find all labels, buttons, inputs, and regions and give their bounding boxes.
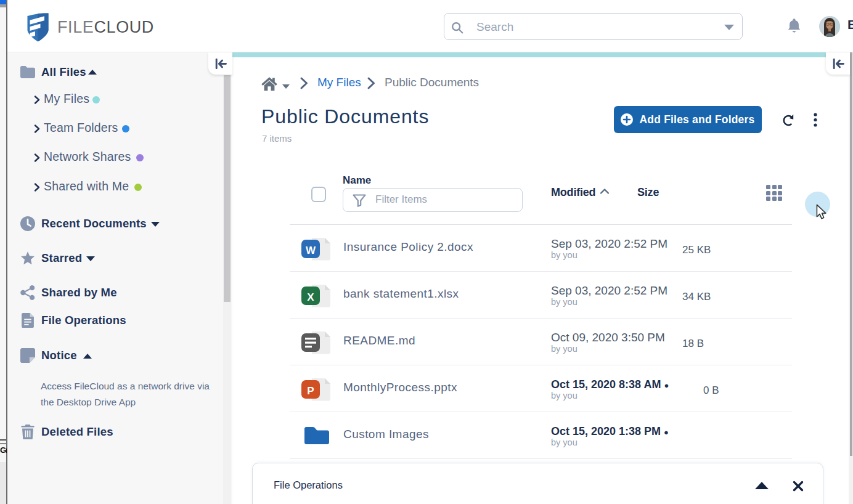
svg-text:P: P — [307, 385, 314, 397]
svg-text:W: W — [306, 245, 316, 256]
svg-text:X: X — [307, 291, 314, 303]
